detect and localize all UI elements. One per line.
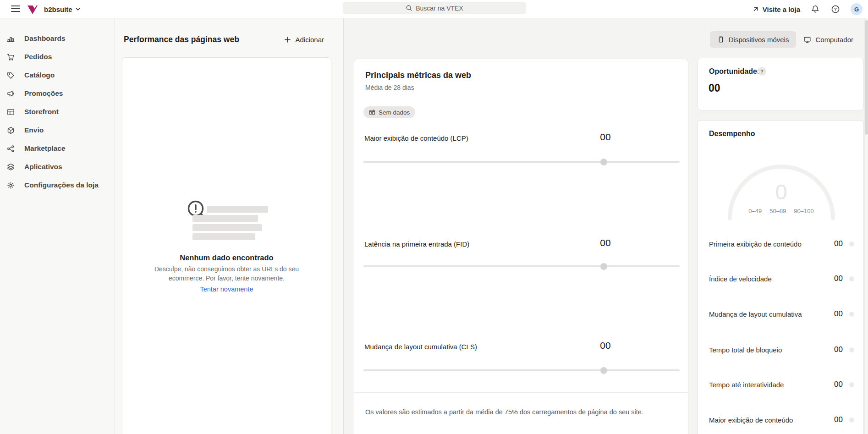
visit-store-link[interactable]: Visite a loja [752,5,800,13]
web-vitals-title: Principais métricas da web [365,71,471,80]
account-name: b2bsuite [44,5,72,13]
sidebar-item-configuracoes[interactable]: Configurações da loja [0,176,115,194]
sidebar-item-label: Promoções [24,89,63,98]
sidebar-item-marketplace[interactable]: Marketplace [0,139,115,158]
scrollbar-track[interactable] [864,18,868,434]
perf-value: 00 [834,239,843,248]
storefront-icon [6,108,15,116]
sidebar-item-label: Envio [24,126,44,134]
perf-label: Primeira exibição de conteúdo [709,240,834,248]
mobile-phone-icon [717,36,725,43]
skeleton-bar [192,224,262,231]
avatar[interactable]: G [851,3,863,15]
metric-label-lcp: Maior exibição de conteúdo (LCP) [364,134,468,142]
perf-row-speed-index: Índice de velocidade 00 [709,273,854,284]
metric-value-lcp: 00 [600,132,610,143]
perf-label: Índice de velocidade [709,275,834,283]
search-icon [406,5,412,11]
sidebar-item-pedidos[interactable]: Pedidos [0,48,115,66]
perf-row-lcp: Maior exibição de conteúdo 00 [709,414,854,425]
add-page-button[interactable]: Adicionar [284,36,324,44]
legend-range-high: 90–100 [794,208,813,214]
help-badge-icon[interactable]: ? [758,67,766,76]
no-data-badge: Sem dados [363,106,415,118]
legend-range-low: 0–49 [748,208,762,214]
sidebar-item-label: Storefront [24,108,59,116]
empty-state-description: Desculpe, não conseguimos obter as URLs … [151,264,302,283]
empty-state-title: Nenhum dado encontrado [122,253,331,262]
perf-label: Tempo total de bloqueio [709,346,834,354]
help-button[interactable]: ? [830,4,841,14]
pages-performance-panel: Performance das páginas web Adicionar Ne… [115,18,344,434]
share-icon [6,144,15,153]
web-vitals-subtitle: Média de 28 dias [365,84,414,91]
perf-value: 00 [834,309,843,319]
slider-handle[interactable] [600,159,607,165]
toggle-mobile-devices[interactable]: Dispositivos móveis [710,31,797,48]
notifications-button[interactable] [810,4,820,14]
skeleton-bar [192,215,258,222]
package-icon [6,126,15,135]
performance-card: Desempenho 0 0–49 50–89 90–100 Primeira … [698,120,864,434]
visit-store-label: Visite a loja [763,5,800,13]
metric-value-cls: 00 [600,340,610,351]
pages-panel-title: Performance das páginas web [124,35,239,44]
device-toggle: Dispositivos móveis Computador [710,31,861,48]
sidebar-item-envio[interactable]: Envio [0,121,115,139]
cart-icon [6,53,15,61]
perf-label: Mudança de layout cumulativa [709,310,834,318]
slider-handle[interactable] [600,367,607,374]
perf-row-tbt: Tempo total de bloqueio 00 [709,344,854,355]
bell-icon [811,5,820,14]
status-dot-icon [849,242,854,247]
menu-icon[interactable] [11,4,21,14]
empty-state-illustration [186,198,277,244]
opportunities-value: 00 [709,82,720,94]
web-vitals-footnote: Os valores são estimados a partir da méd… [365,408,677,416]
opportunities-title: Oportunidades [709,67,761,76]
topbar: b2bsuite Buscar na VTEX Visite a loja ? … [0,0,868,18]
sidebar-item-dashboards[interactable]: Dashboards [0,29,115,48]
svg-text:?: ? [834,6,837,11]
card-divider [354,392,688,393]
pages-empty-card: Nenhum dado encontrado Desculpe, não con… [122,57,331,434]
sidebar-item-promocoes[interactable]: Promoções [0,84,115,103]
sidebar-item-aplicativos[interactable]: Aplicativos [0,158,115,176]
sidebar-item-catalogo[interactable]: Catálogo [0,66,115,84]
vtex-logo-icon[interactable] [27,3,38,15]
gauge-legend: 0–49 50–89 90–100 [698,208,864,214]
sidebar-item-label: Catálogo [24,71,55,79]
chevron-down-icon [75,6,81,12]
metric-slider-fid [363,265,680,267]
external-link-icon [752,5,759,13]
add-page-label: Adicionar [295,36,324,44]
status-dot-icon [849,276,854,281]
calendar-x-icon [369,109,375,115]
metric-slider-lcp [363,161,680,163]
status-dot-icon [849,347,854,352]
topbar-actions: Visite a loja ? G [752,0,863,18]
perf-row-tti: Tempo até interatividade 00 [709,379,854,390]
retry-link[interactable]: Tentar novamente [122,286,331,293]
legend-range-mid: 50–89 [769,208,786,214]
slider-handle[interactable] [600,263,607,270]
gauge-value: 0 [698,179,864,204]
gear-icon [6,181,15,190]
sidebar-item-storefront[interactable]: Storefront [0,103,115,121]
pages-panel-header: Performance das páginas web Adicionar [124,30,324,49]
toggle-desktop-label: Computador [815,36,853,44]
toggle-desktop[interactable]: Computador [796,31,861,48]
search-placeholder: Buscar na VTEX [416,5,463,12]
sidebar-item-label: Configurações da loja [24,181,99,189]
main-content: Dispositivos móveis Computador Principai… [344,18,864,434]
scrollbar-thumb[interactable] [865,20,868,135]
status-dot-icon [849,418,854,423]
perf-value: 00 [834,380,843,389]
sidebar-item-label: Marketplace [24,144,66,153]
search-input[interactable]: Buscar na VTEX [343,2,526,14]
metric-label-cls: Mudança de layout cumulativa (CLS) [364,343,477,351]
perf-label: Tempo até interatividade [709,381,834,389]
perf-value: 00 [834,345,843,354]
performance-title: Desempenho [709,130,755,138]
account-switcher[interactable]: b2bsuite [44,0,81,18]
